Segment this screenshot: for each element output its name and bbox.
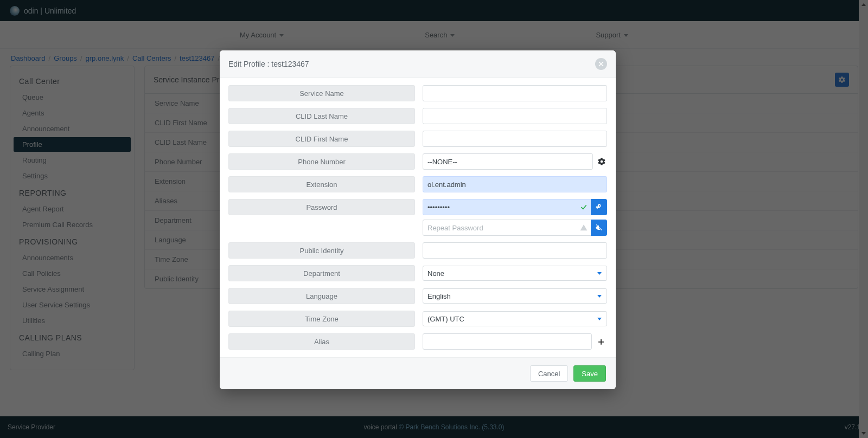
select-language[interactable]: English [423,288,607,304]
label-department: Department [228,265,415,281]
label-clid-first: CLID First Name [228,131,415,147]
cancel-button[interactable]: Cancel [530,365,568,382]
label-public-identity: Public Identity [228,242,415,259]
select-timezone[interactable]: (GMT) UTC [423,311,607,326]
check-icon [577,203,591,211]
label-extension: Extension [228,176,415,192]
input-extension[interactable] [423,176,607,192]
label-timezone: Time Zone [228,311,415,327]
label-alias: Alias [228,333,415,350]
eye-off-icon [595,224,603,231]
select-department[interactable]: None [423,266,607,281]
edit-profile-modal: Edit Profile : test123467 Service Name C… [220,50,616,389]
generate-password-button[interactable] [591,199,607,215]
input-phone[interactable] [423,153,593,170]
label-phone: Phone Number [228,153,415,170]
add-alias-button[interactable]: ＋ [595,335,607,348]
input-service-name[interactable] [423,85,607,101]
close-icon [598,61,604,67]
input-clid-first[interactable] [423,131,607,147]
label-clid-last: CLID Last Name [228,108,415,124]
input-clid-last[interactable] [423,108,607,124]
modal-footer: Cancel Save [220,357,616,389]
input-repeat-password[interactable] [423,220,592,236]
phone-settings-button[interactable] [596,154,607,169]
label-password: Password [228,199,415,215]
svg-point-2 [598,227,599,228]
label-service-name: Service Name [228,85,415,101]
input-alias[interactable] [423,333,592,350]
modal-title: Edit Profile : test123467 [228,60,309,68]
show-password-button[interactable] [591,220,607,236]
gear-icon [597,157,606,166]
modal-body: Service Name CLID Last Name CLID First N… [220,78,616,357]
key-icon [595,203,603,211]
modal-close-button[interactable] [595,58,607,70]
label-language: Language [228,288,415,304]
input-password[interactable] [423,199,592,215]
input-public-identity[interactable] [423,242,607,259]
warning-icon [577,224,591,231]
save-button[interactable]: Save [573,365,606,382]
